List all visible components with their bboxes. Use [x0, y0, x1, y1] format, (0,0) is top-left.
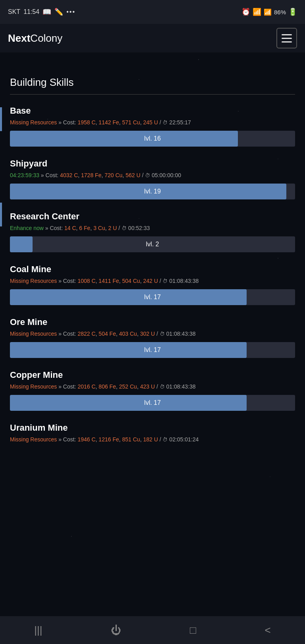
building-cost-coal-ore-mine: 2822 C — [77, 331, 95, 337]
building-cost-cu-base: 571 Cu — [122, 119, 140, 126]
building-cost-cu-shipyard: 720 Cu — [104, 172, 122, 178]
building-cost-label-copper-mine: » Cost: — [58, 383, 77, 390]
progress-bar-ore-mine[interactable]: lvl. 17 — [10, 342, 295, 358]
signal-icon: 📶 — [264, 8, 272, 16]
building-time-copper-mine: 01:08:43:38 — [166, 383, 196, 390]
nav-back-button[interactable]: < — [264, 624, 270, 636]
progress-label-coal-mine: lvl. 17 — [10, 294, 295, 301]
building-cost-coal-coal-mine: 1008 C — [77, 278, 95, 284]
brand-normal: Colony — [30, 32, 62, 44]
hamburger-bar-2 — [282, 38, 292, 39]
status-bar-right: ⏰ 📶 📶 86% 🔋 — [241, 8, 297, 16]
building-time-shipyard: 05:00:00:00 — [152, 172, 181, 178]
progress-label-shipyard: lvl. 19 — [10, 188, 295, 195]
building-status-uranium-mine: Missing Resources — [10, 436, 57, 443]
hamburger-bar-3 — [282, 41, 292, 43]
building-status-ore-mine: Missing Resources — [10, 331, 57, 337]
progress-bar-coal-mine[interactable]: lvl. 17 — [10, 289, 295, 305]
progress-label-copper-mine: lvl. 17 — [10, 399, 295, 406]
building-name-research-center: Research Center — [10, 211, 295, 222]
page-title: Building Skills — [10, 76, 295, 89]
building-cost-fe-copper-mine: 806 Fe — [98, 383, 116, 390]
building-cost-label-shipyard: » Cost: — [41, 172, 60, 178]
building-cost-cu-uranium-mine: 851 Cu — [122, 436, 140, 443]
building-time-research-center: 00:52:33 — [128, 225, 150, 231]
building-cost-u-ore-mine: 302 U — [140, 331, 155, 337]
progress-label-base: lvl. 16 — [10, 135, 295, 142]
building-card-base: Base Missing Resources » Cost: 1958 C, 1… — [10, 106, 295, 147]
building-time-ore-mine: 01:08:43:38 — [166, 331, 196, 337]
building-cost-cu-coal-mine: 504 Cu — [122, 278, 140, 284]
building-time-uranium-mine: 02:05:01:24 — [169, 436, 199, 443]
building-cost-u-coal-mine: 242 U — [143, 278, 158, 284]
brand: NextColony — [8, 32, 62, 44]
building-card-uranium-mine: Uranium Mine Missing Resources » Cost: 1… — [10, 423, 295, 444]
building-cost-cu-ore-mine: 403 Cu — [119, 331, 137, 337]
building-cost-label-research-center: » Cost: — [45, 225, 64, 231]
building-info-coal-mine: Missing Resources » Cost: 1008 C, 1411 F… — [10, 277, 295, 285]
building-cost-coal-copper-mine: 2016 C — [77, 383, 95, 390]
brand-bold: Next — [8, 32, 30, 44]
progress-label-research-center: lvl. 2 — [10, 241, 295, 248]
clock-icon-ore-mine: ⏱ — [160, 331, 165, 337]
progress-bar-shipyard[interactable]: lvl. 19 — [10, 184, 295, 199]
progress-bar-base[interactable]: lvl. 16 — [10, 131, 295, 147]
building-cost-fe-base: 1142 Fe — [98, 119, 119, 126]
pencil-icon: ✏️ — [54, 8, 63, 16]
left-accent-bar-2 — [0, 203, 2, 226]
main-content: Building Skills Base Missing Resources »… — [0, 52, 305, 464]
building-cost-fe-research-center: 6 Fe — [79, 225, 90, 231]
building-status-copper-mine: Missing Resources — [10, 383, 57, 390]
alarm-icon: ⏰ — [241, 8, 250, 16]
progress-bar-copper-mine[interactable]: lvl. 17 — [10, 395, 295, 411]
progress-label-ore-mine: lvl. 17 — [10, 346, 295, 354]
building-status-research-center[interactable]: Enhance now — [10, 225, 44, 231]
building-name-base: Base — [10, 106, 295, 116]
clock-icon-research-center: ⏱ — [122, 225, 127, 231]
battery-label: 86% — [274, 9, 286, 15]
building-card-research-center: Research Center Enhance now » Cost: 14 C… — [10, 211, 295, 252]
building-card-ore-mine: Ore Mine Missing Resources » Cost: 2822 … — [10, 317, 295, 358]
building-cost-u-shipyard: 562 U — [125, 172, 140, 178]
building-time-base: 22:55:17 — [169, 119, 191, 126]
clock-icon-copper-mine: ⏱ — [160, 384, 165, 390]
building-name-shipyard: Shipyard — [10, 159, 295, 169]
building-name-coal-mine: Coal Mine — [10, 264, 295, 275]
nav-power-button[interactable]: ⏻ — [111, 624, 121, 636]
building-cost-u-uranium-mine: 182 U — [143, 436, 158, 443]
building-name-copper-mine: Copper Mine — [10, 370, 295, 380]
building-cost-label-coal-mine: » Cost: — [58, 278, 77, 284]
building-status-shipyard: 04:23:59:33 — [10, 172, 39, 178]
building-info-shipyard: 04:23:59:33 » Cost: 4032 C, 1728 Fe, 720… — [10, 171, 295, 180]
building-status-base: Missing Resources — [10, 119, 57, 126]
building-card-coal-mine: Coal Mine Missing Resources » Cost: 1008… — [10, 264, 295, 305]
building-cost-coal-uranium-mine: 1946 C — [77, 436, 95, 443]
time-label: 11:54 — [23, 8, 39, 15]
building-cost-coal-research-center: 14 C — [64, 225, 76, 231]
building-card-copper-mine: Copper Mine Missing Resources » Cost: 20… — [10, 370, 295, 411]
status-bar-left: SKT 11:54 📖 ✏️ ••• — [8, 8, 75, 16]
carrier-label: SKT — [8, 8, 20, 15]
building-cost-u-copper-mine: 423 U — [140, 383, 155, 390]
book-icon: 📖 — [42, 8, 51, 16]
clock-icon-base: ⏱ — [162, 120, 168, 126]
navbar: NextColony — [0, 24, 305, 52]
nav-recent-apps-button[interactable]: ||| — [34, 624, 42, 636]
building-status-coal-mine: Missing Resources — [10, 278, 57, 284]
hamburger-menu-button[interactable] — [276, 28, 297, 48]
status-bar: SKT 11:54 📖 ✏️ ••• ⏰ 📶 📶 86% 🔋 — [0, 0, 305, 24]
bottom-nav: ||| ⏻ □ < — [0, 616, 305, 644]
building-cost-coal-shipyard: 4032 C — [60, 172, 78, 178]
clock-icon-uranium-mine: ⏱ — [162, 437, 168, 443]
building-name-ore-mine: Ore Mine — [10, 317, 295, 327]
building-cost-label-base: » Cost: — [58, 119, 77, 126]
building-cost-fe-ore-mine: 504 Fe — [98, 331, 116, 337]
nav-home-button[interactable]: □ — [190, 624, 196, 636]
building-cost-fe-coal-mine: 1411 Fe — [98, 278, 119, 284]
building-cost-cu-research-center: 3 Cu — [93, 225, 105, 231]
progress-bar-research-center[interactable]: lvl. 2 — [10, 236, 295, 252]
building-cost-cu-copper-mine: 252 Cu — [119, 383, 137, 390]
left-accent-bar — [0, 107, 2, 131]
hamburger-bar-1 — [282, 34, 292, 35]
clock-icon-shipyard: ⏱ — [145, 172, 150, 178]
